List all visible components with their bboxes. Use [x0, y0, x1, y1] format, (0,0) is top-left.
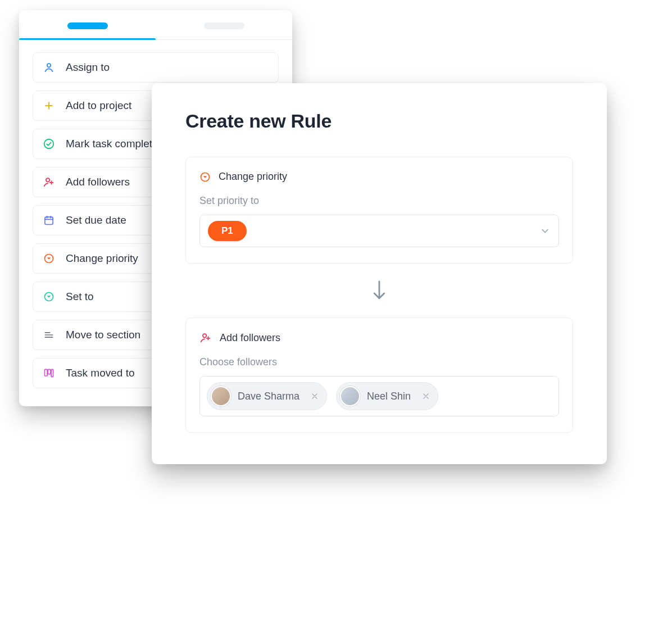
svg-rect-3 [45, 217, 53, 224]
close-icon[interactable] [306, 392, 319, 400]
tab-underline [19, 38, 156, 40]
tabs-bar [19, 10, 292, 40]
plus-icon [42, 99, 56, 112]
action-label: Assign to [66, 61, 110, 74]
field-label: Set priority to [199, 195, 559, 207]
svg-point-0 [47, 64, 51, 67]
action-label: Set due date [66, 214, 126, 226]
svg-point-2 [46, 178, 49, 182]
priority-chip: P1 [208, 221, 247, 241]
priority-icon [199, 171, 211, 183]
card-title: Change priority [219, 171, 287, 183]
chevron-down-icon [539, 225, 551, 237]
step-add-followers: Add followers Choose followers Dave Shar… [185, 318, 573, 433]
step-change-priority: Change priority Set priority to P1 [185, 157, 573, 264]
create-rule-panel: Create new Rule Change priority Set prio… [152, 83, 607, 464]
board-icon [42, 366, 56, 380]
calendar-icon [42, 214, 56, 227]
check-circle-icon [42, 137, 56, 151]
followers-input[interactable]: Dave Sharma Neel Shin [199, 376, 559, 416]
action-label: Task moved to [66, 367, 135, 379]
list-icon [42, 328, 56, 342]
user-icon [42, 61, 56, 74]
svg-point-1 [44, 139, 54, 149]
dropdown-circle-icon [42, 290, 56, 303]
svg-rect-6 [45, 369, 48, 376]
avatar [211, 386, 231, 406]
close-icon[interactable] [417, 392, 430, 400]
card-title: Add followers [220, 332, 280, 344]
flow-arrow [185, 264, 573, 318]
action-label: Move to section [66, 329, 140, 341]
action-assign-to[interactable]: Assign to [33, 52, 279, 83]
priority-icon [42, 252, 56, 265]
card-header: Change priority [199, 171, 559, 183]
action-label: Add to project [66, 99, 131, 112]
tab-pill-inactive [204, 22, 244, 29]
action-label: Add followers [66, 176, 130, 188]
priority-select[interactable]: P1 [199, 215, 559, 247]
tab-inactive[interactable] [156, 22, 292, 39]
follower-chip[interactable]: Dave Sharma [207, 382, 327, 410]
card-header: Add followers [199, 332, 559, 344]
action-label: Change priority [66, 252, 138, 265]
action-label: Mark task complete [66, 138, 158, 150]
chip-label: Dave Sharma [238, 391, 299, 402]
panel-title: Create new Rule [185, 110, 573, 132]
follower-chip[interactable]: Neel Shin [336, 382, 438, 410]
action-label: Set to [66, 291, 94, 303]
field-label: Choose followers [199, 356, 559, 368]
svg-rect-8 [51, 369, 53, 377]
avatar [340, 386, 360, 406]
tab-pill-active [67, 22, 108, 29]
svg-rect-7 [48, 369, 51, 374]
tab-active[interactable] [19, 22, 156, 39]
chip-label: Neel Shin [367, 391, 411, 402]
svg-point-10 [203, 334, 206, 337]
user-plus-icon [42, 175, 56, 189]
user-plus-icon [199, 332, 212, 344]
